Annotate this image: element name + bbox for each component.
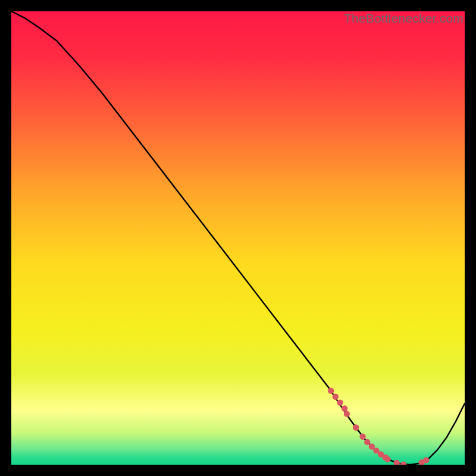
watermark-text: TheBottlenecker.com (344, 11, 464, 26)
highlight-point (328, 388, 334, 394)
gradient-background (11, 11, 465, 465)
chart-frame: TheBottlenecker.com (11, 11, 465, 465)
highlight-point (423, 457, 429, 463)
highlight-point (384, 456, 390, 462)
highlight-point (342, 405, 347, 411)
chart-plot (11, 11, 465, 465)
highlight-point (364, 439, 370, 445)
highlight-point (353, 424, 359, 430)
highlight-point (333, 394, 339, 400)
highlight-point (344, 411, 350, 416)
highlight-point (337, 399, 343, 405)
highlight-point (359, 434, 365, 440)
